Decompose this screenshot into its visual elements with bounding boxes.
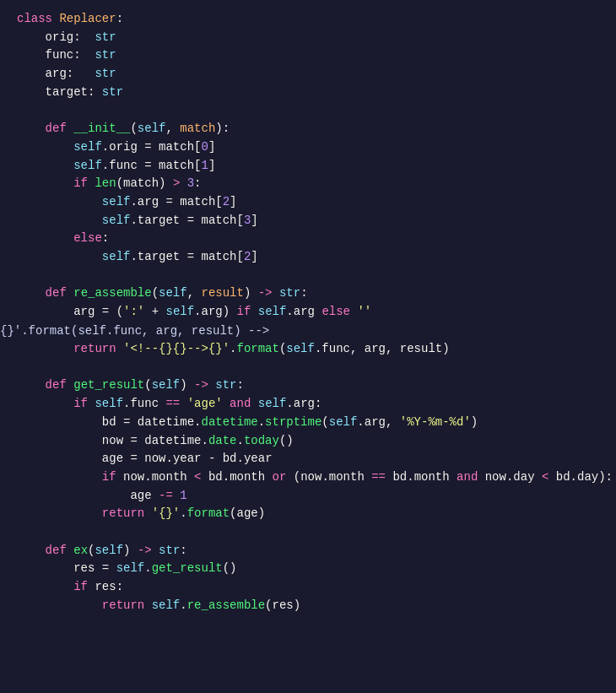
code-line-19	[0, 359, 616, 377]
code-line-26: age -= 1	[0, 487, 616, 506]
code-line-15	[0, 267, 616, 285]
code-line-1: class Replacer:	[0, 10, 616, 29]
code-line-6	[0, 101, 616, 120]
code-line-30: res = self.get_result()	[0, 560, 616, 578]
code-line-10: if len(match) > 3:	[0, 175, 616, 193]
code-line-12: self.target = match[3]	[0, 212, 616, 230]
code-line-31: if res:	[0, 578, 616, 597]
code-line-7: def __init__(self, match):	[0, 120, 616, 138]
code-line-29: def ex(self) -> str:	[0, 542, 616, 560]
code-line-16: def re_assemble(self, result) -> str:	[0, 284, 616, 303]
code-line-18: return '<!--{}{}-->{}'.format(self.func,…	[0, 340, 616, 359]
code-line-8: self.orig = match[0]	[0, 138, 616, 157]
code-line-23: now = datetime.date.today()	[0, 432, 616, 451]
code-line-17: arg = (':' + self.arg) if self.arg else …	[0, 303, 616, 322]
code-line-14: self.target = match[2]	[0, 248, 616, 267]
code-line-32: return self.re_assemble(res)	[0, 597, 616, 615]
code-line-24: age = now.year - bd.year	[0, 450, 616, 468]
code-line-11: self.arg = match[2]	[0, 193, 616, 212]
code-editor: class Replacer: orig: str func: str arg:…	[0, 0, 616, 693]
code-line-13: else:	[0, 230, 616, 248]
code-line-28	[0, 523, 616, 542]
code-line-21: if self.func == 'age' and self.arg:	[0, 395, 616, 414]
code-line-9: self.func = match[1]	[0, 157, 616, 176]
code-line-25: if now.month < bd.month or (now.month ==…	[0, 468, 616, 487]
code-line-2: orig: str	[0, 29, 616, 47]
code-line-4: arg: str	[0, 65, 616, 84]
code-line-3: func: str	[0, 46, 616, 65]
code-line-27: return '{}'.format(age)	[0, 505, 616, 523]
code-line-22: bd = datetime.datetime.strptime(self.arg…	[0, 414, 616, 432]
code-line-20: def get_result(self) -> str:	[0, 376, 616, 395]
code-line-5: target: str	[0, 84, 616, 102]
